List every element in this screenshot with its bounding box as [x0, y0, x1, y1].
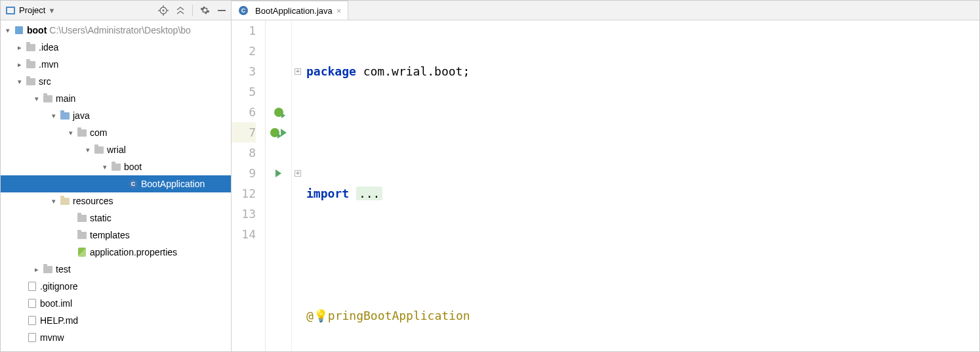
tree-label: BootApplication	[141, 179, 205, 189]
gutter-run-markers	[266, 20, 292, 351]
code-token: @	[306, 309, 314, 322]
tree-node-gitignore[interactable]: .gitignore	[1, 278, 231, 295]
tree-node-mvn[interactable]: ▸.mvn	[1, 56, 231, 73]
tree-node-bootpkg[interactable]: ▾boot	[1, 158, 231, 175]
tree-node-idea[interactable]: ▸.idea	[1, 39, 231, 56]
svg-point-1	[163, 9, 165, 11]
line-number: 5	[232, 81, 256, 102]
tree-node-resources[interactable]: ▾resources	[1, 192, 231, 209]
tree-label: test	[56, 264, 71, 275]
tree-node-helpmd[interactable]: HELP.md	[1, 312, 231, 329]
tree-label: boot	[27, 25, 47, 35]
tree-path: C:\Users\Administrator\Desktop\bo	[49, 25, 191, 35]
line-number: 7	[232, 122, 256, 143]
tree-node-bootiml[interactable]: boot.iml	[1, 295, 231, 312]
line-number: 8	[232, 143, 256, 163]
line-number: 3	[232, 61, 256, 81]
fold-expand-icon[interactable]: +	[295, 68, 301, 75]
separator	[192, 5, 193, 16]
class-icon	[129, 179, 138, 188]
tree-node-static[interactable]: static	[1, 209, 231, 227]
fold-expand-icon[interactable]: +	[295, 170, 301, 177]
tree-label: application.properties	[90, 247, 177, 257]
spring-run-icon[interactable]	[270, 128, 279, 137]
collapse-all-icon[interactable]	[175, 5, 186, 16]
editor-area: BootApplication.java × 1 2 3 5 6 7 8 9 1…	[232, 1, 979, 351]
tree-node-test[interactable]: ▸test	[1, 261, 231, 278]
run-icon[interactable]	[276, 169, 281, 177]
line-number: 9	[232, 163, 256, 183]
tab-title: BootApplication.java	[255, 6, 333, 16]
tree-label: .gitignore	[40, 281, 78, 292]
code-token: pringBootApplication	[328, 309, 470, 322]
tree-node-com[interactable]: ▾com	[1, 124, 231, 141]
tree-label: boot.iml	[40, 298, 72, 309]
tree-label: wrial	[107, 144, 126, 155]
line-number: 2	[232, 41, 256, 61]
code-token: package	[306, 64, 356, 78]
tree-label: main	[56, 93, 75, 104]
hide-icon[interactable]	[216, 5, 227, 16]
tree-node-mvnw[interactable]: mvnw	[1, 329, 231, 346]
folded-region[interactable]: ...	[356, 187, 383, 200]
tree-node-templates[interactable]: templates	[1, 227, 231, 244]
tree-node-bootapplication[interactable]: BootApplication	[1, 175, 231, 192]
tree-label: .mvn	[39, 59, 58, 70]
gear-icon[interactable]	[199, 5, 210, 16]
code-content[interactable]: package com.wrial.boot; import ... @💡pri…	[304, 20, 979, 351]
project-header: Project ▼	[1, 1, 231, 20]
tree-label: static	[90, 213, 112, 223]
tree-label: src	[39, 76, 51, 87]
line-number: 12	[232, 183, 256, 204]
project-tool-window: Project ▼ ▾ boot	[1, 1, 232, 351]
line-number: 6	[232, 102, 256, 122]
tree-node-src[interactable]: ▾src	[1, 73, 231, 90]
editor-tabs: BootApplication.java ×	[232, 1, 979, 20]
spring-run-icon[interactable]	[274, 108, 283, 117]
editor-tab[interactable]: BootApplication.java ×	[232, 1, 348, 20]
tree-label: templates	[90, 230, 130, 240]
tree-label: boot	[124, 162, 142, 172]
line-number: 13	[232, 204, 256, 224]
line-number: 1	[232, 20, 256, 41]
svg-rect-6	[218, 10, 226, 11]
code-token: import	[306, 187, 349, 200]
project-view-icon	[6, 7, 15, 14]
tree-node-java[interactable]: ▾java	[1, 107, 231, 124]
project-view-dropdown-icon[interactable]: ▼	[48, 7, 55, 14]
ide-window: Project ▼ ▾ boot	[0, 0, 980, 352]
tree-label: HELP.md	[40, 315, 78, 326]
tree-root[interactable]: ▾ boot C:\Users\Administrator\Desktop\bo	[1, 22, 231, 39]
tree-label: resources	[73, 196, 113, 206]
line-number: 14	[232, 224, 256, 244]
tree-label: com	[90, 127, 107, 138]
tree-node-wrial[interactable]: ▾wrial	[1, 141, 231, 158]
tree-node-appprops[interactable]: application.properties	[1, 244, 231, 261]
code-token: com.wrial.boot;	[356, 64, 470, 78]
tree-label: java	[73, 110, 90, 121]
run-icon[interactable]	[281, 129, 287, 137]
gutter-line-numbers: 1 2 3 5 6 7 8 9 12 13 14	[232, 20, 266, 351]
intention-bulb-icon[interactable]: 💡	[314, 309, 328, 322]
project-header-actions	[158, 5, 227, 16]
project-tree[interactable]: ▾ boot C:\Users\Administrator\Desktop\bo…	[1, 20, 231, 351]
gutter-fold: + +	[292, 20, 304, 351]
code-editor[interactable]: 1 2 3 5 6 7 8 9 12 13 14	[232, 20, 979, 351]
close-icon[interactable]: ×	[337, 6, 342, 16]
tree-label: .idea	[39, 42, 58, 53]
tree-label: mvnw	[40, 332, 64, 343]
project-title[interactable]: Project	[19, 5, 45, 15]
tree-node-main[interactable]: ▾main	[1, 90, 231, 107]
locate-icon[interactable]	[158, 5, 169, 16]
class-icon	[239, 6, 248, 15]
